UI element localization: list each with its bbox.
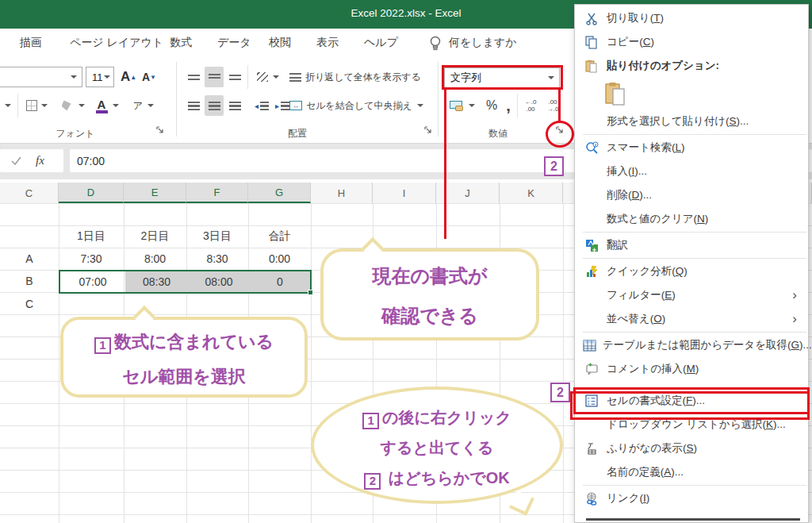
- menu-item-paste-special[interactable]: 形式を選択して貼り付け(S)...: [575, 110, 808, 133]
- col-header-k[interactable]: K: [500, 183, 563, 203]
- menu-item-quick-analysis[interactable]: クイック分析(Q): [575, 260, 808, 283]
- tab-view[interactable]: 表示: [316, 36, 339, 50]
- middle-align-button[interactable]: [205, 67, 224, 87]
- cell[interactable]: 1日目: [59, 225, 124, 248]
- cell[interactable]: 3日目: [186, 225, 248, 248]
- accounting-format-button[interactable]: [446, 95, 479, 116]
- borders-icon: [26, 100, 37, 111]
- tab-help[interactable]: ヘルプ: [364, 36, 398, 50]
- col-header-f[interactable]: F: [186, 183, 248, 203]
- font-color-button[interactable]: A: [92, 95, 122, 116]
- font-size-combo[interactable]: 11: [86, 67, 114, 87]
- clipboard-icon: [583, 60, 600, 73]
- menu-item-sort[interactable]: 並べ替え(O) ›: [575, 307, 808, 331]
- cell[interactable]: 0: [250, 271, 310, 293]
- wrap-text-button[interactable]: 折り返して全体を表示する: [289, 67, 421, 87]
- borders-button[interactable]: [22, 95, 51, 116]
- menu-item-link[interactable]: リンク(I): [575, 486, 808, 510]
- menu-item-clear-contents[interactable]: 数式と値のクリア(N): [575, 207, 808, 231]
- bottom-align-icon: [229, 75, 241, 80]
- menu-item-delete[interactable]: 削除(D)...: [575, 183, 808, 207]
- tab-review[interactable]: 校閲: [269, 36, 291, 50]
- cell[interactable]: 08:00: [188, 271, 250, 293]
- menu-item-define-name[interactable]: 名前の定義(A)...: [575, 460, 808, 484]
- menu-item-translate[interactable]: 翻訳: [575, 233, 808, 257]
- menu-item-cut[interactable]: 切り取り(T): [575, 6, 808, 30]
- cell[interactable]: B: [0, 270, 59, 292]
- col-header-c[interactable]: C: [0, 183, 59, 203]
- menu-item-filter[interactable]: フィルター(E) ›: [575, 283, 808, 307]
- cell[interactable]: A: [0, 248, 59, 270]
- tab-formulas[interactable]: 数式: [170, 36, 192, 50]
- font-dialog-launcher[interactable]: [155, 125, 167, 137]
- tab-draw[interactable]: 描画: [20, 36, 42, 50]
- callout-select-range: 1数式に含まれている セル範囲を選択: [60, 317, 308, 398]
- shrink-font-button[interactable]: A▼: [140, 67, 159, 87]
- increase-decimal-button[interactable]: ←.0 .00: [520, 95, 541, 116]
- lightbulb-icon: [428, 35, 442, 51]
- decrease-indent-button[interactable]: ◂: [252, 95, 271, 116]
- cell[interactable]: 7:30: [59, 248, 124, 270]
- active-cell[interactable]: 07:00: [60, 271, 125, 293]
- alignment-dialog-launcher[interactable]: [423, 125, 435, 137]
- align-center-button[interactable]: [205, 95, 224, 116]
- align-center-icon: [209, 102, 220, 110]
- middle-align-icon: [209, 74, 220, 81]
- cell[interactable]: 0:00: [248, 248, 311, 270]
- col-header-e[interactable]: E: [124, 183, 186, 203]
- comma-style-button[interactable]: ,: [501, 95, 515, 116]
- align-left-icon: [188, 102, 200, 110]
- paste-options-row: [575, 78, 808, 110]
- cell[interactable]: 合計: [248, 225, 311, 248]
- grow-font-button[interactable]: A▲: [119, 67, 138, 87]
- paste-icon[interactable]: [605, 82, 626, 106]
- fill-color-button[interactable]: [57, 95, 89, 116]
- menu-item-show-phonetic[interactable]: ふりがなの表示(S): [575, 436, 808, 460]
- cell[interactable]: 08:30: [125, 271, 188, 293]
- scissors-icon: [583, 12, 600, 25]
- percent-style-button[interactable]: %: [482, 95, 501, 116]
- formula-buttons: fx: [0, 149, 63, 172]
- excel-window: Excel 2022.xlsx - Excel 描画 ページ レイアウト 数式 …: [0, 0, 812, 523]
- col-header-g[interactable]: G: [248, 183, 311, 203]
- cell[interactable]: C: [0, 293, 59, 315]
- callout-right-click: 1の後に右クリック すると出てくる 2 はどちらかでOK: [311, 386, 563, 504]
- menu-item-copy[interactable]: コピー(C): [575, 30, 808, 54]
- orientation-icon: [257, 72, 268, 82]
- menu-item-smart-lookup[interactable]: スマート検索(L): [575, 136, 808, 160]
- top-align-button[interactable]: [184, 67, 203, 87]
- step-badge-2: 2: [550, 383, 570, 402]
- orientation-button[interactable]: [252, 67, 284, 87]
- align-left-button[interactable]: [184, 95, 203, 116]
- font-group-label: フォント: [32, 127, 119, 140]
- align-right-button[interactable]: [225, 95, 244, 116]
- tab-data[interactable]: データ: [217, 36, 251, 50]
- check-icon[interactable]: [11, 156, 21, 165]
- phonetic-guide-button[interactable]: ア: [128, 95, 159, 116]
- col-header-d[interactable]: D: [59, 183, 124, 203]
- submenu-arrow-icon: ›: [792, 311, 808, 327]
- phonetic-icon: [583, 442, 600, 455]
- bottom-align-button[interactable]: [225, 67, 244, 87]
- cell[interactable]: 8:30: [186, 248, 248, 270]
- currency-icon: [450, 101, 464, 111]
- col-header-i[interactable]: I: [373, 183, 436, 203]
- tell-me-box[interactable]: 何をしますか: [449, 36, 517, 50]
- fx-button[interactable]: fx: [36, 154, 44, 167]
- top-align-icon: [188, 75, 200, 80]
- col-header-h[interactable]: H: [311, 183, 373, 203]
- cell[interactable]: 2日目: [124, 225, 186, 248]
- chevron-down-icon[interactable]: [2, 95, 14, 116]
- cell[interactable]: 8:00: [124, 248, 186, 270]
- quick-analysis-icon: [583, 265, 600, 279]
- tab-page-layout[interactable]: ページ レイアウト: [70, 36, 163, 50]
- menu-item-insert[interactable]: 挿入(I)...: [575, 160, 808, 183]
- callout-current-format: 現在の書式が 確認できる: [320, 248, 539, 340]
- selected-range[interactable]: 07:00 08:30 08:00 0: [59, 270, 312, 294]
- menu-item-insert-comment[interactable]: コメントの挿入(M): [575, 357, 808, 381]
- merge-center-button[interactable]: ↔ セルを結合して中央揃え: [289, 95, 423, 116]
- menu-item-get-data-from-table[interactable]: テーブルまたは範囲からデータを取得(G)...: [575, 333, 808, 357]
- fill-handle[interactable]: [308, 290, 313, 295]
- menu-clipped-edge: [586, 518, 800, 521]
- font-name-combo[interactable]: [0, 67, 82, 87]
